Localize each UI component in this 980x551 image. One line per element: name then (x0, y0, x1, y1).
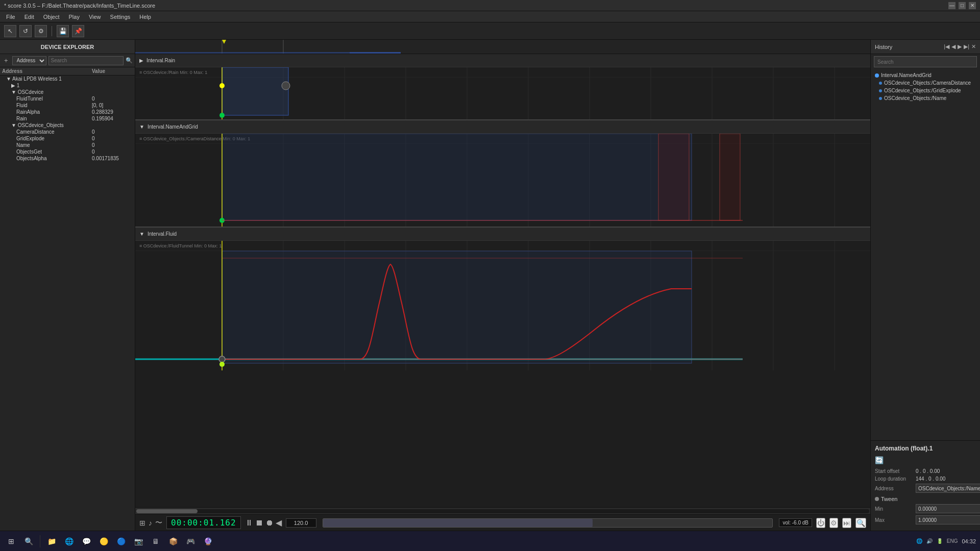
history-prev-btn[interactable]: ◀ (951, 43, 955, 50)
menu-edit[interactable]: Edit (20, 13, 38, 21)
address-input[interactable] (916, 484, 980, 493)
svg-point-59 (219, 356, 225, 362)
menu-settings[interactable]: Settings (106, 13, 135, 21)
taskbar-display-btn[interactable]: 🖥 (149, 534, 163, 548)
min-input[interactable] (916, 504, 980, 513)
window-title: * score 3.0.5 – F:/Balet.Theatre/pack/In… (4, 3, 155, 9)
tree-item-oscdevice-objects[interactable]: ▼ OSCdevice_Objects (0, 122, 135, 129)
tree-item-name[interactable]: Name 0 (0, 142, 135, 148)
timeline-scroll[interactable]: ▶ Interval.Rain ≡ OSCdevice:/Rain Min: 0… (135, 54, 870, 507)
timeline-area: ▶ Interval.Rain ≡ OSCdevice:/Rain Min: 0… (135, 40, 870, 531)
history-last-btn[interactable]: ▶| (964, 43, 969, 50)
toolbar-save-btn[interactable]: 💾 (57, 25, 69, 37)
power-btn[interactable]: ⏻ (816, 518, 825, 528)
taskbar-camera-btn[interactable]: 📷 (131, 534, 145, 548)
window-controls: — □ ✕ (948, 2, 976, 9)
taskbar-start-btn[interactable]: ⊞ (4, 534, 18, 548)
settings-btn[interactable]: ⚙ (829, 518, 838, 528)
tree-item-objectsalpha[interactable]: ObjectsAlpha 0.00171835 (0, 155, 135, 162)
taskbar-app1-btn[interactable]: 🟡 (96, 534, 111, 548)
back-btn[interactable]: ◀ (276, 518, 282, 528)
start-offset-label: Start offset (875, 468, 916, 474)
tree-item-fluid[interactable]: Fluid [0, 0] (0, 102, 135, 109)
tree-col-value: Value (92, 68, 133, 74)
forward-btn[interactable]: ⏭ (842, 518, 851, 528)
history-close-btn[interactable]: ✕ (971, 43, 976, 50)
taskbar-time: 04:32 (962, 538, 976, 544)
loop-duration-label: Loop duration (875, 476, 916, 482)
address-row: Address ... (875, 484, 976, 493)
tree-item-1[interactable]: ▶ 1 (0, 82, 135, 89)
transport-note-btn[interactable]: ♪ (149, 519, 152, 527)
interval-named-section: ▼ Interval.NameAndGrid ≡ OSCdevice_Objec… (135, 120, 870, 228)
tree-item-akai[interactable]: ▼ Akai LPD8 Wireless 1 (0, 76, 135, 82)
record-btn[interactable]: ⏺ (265, 518, 274, 528)
timeline-scrollbar[interactable] (135, 507, 870, 514)
toolbar-settings-btn[interactable]: ⚙ (35, 25, 47, 37)
history-item-gridexplode[interactable]: OSCdevice_Objects:/GridExplode (871, 87, 980, 94)
tree-item-objectsget[interactable]: ObjectsGet 0 (0, 148, 135, 155)
menu-view[interactable]: View (85, 13, 105, 21)
svg-rect-18 (222, 67, 288, 115)
history-item-gridexplode-label: OSCdevice_Objects:/GridExplode (884, 88, 961, 93)
taskbar-search-btn[interactable]: 🔍 (21, 534, 36, 548)
pause-btn[interactable]: ⏸ (245, 518, 253, 528)
taskbar-chrome-btn[interactable]: 🌐 (62, 534, 76, 548)
history-search-input[interactable] (874, 56, 977, 67)
taskbar-game-btn[interactable]: 🎮 (183, 534, 198, 548)
interval-named-header[interactable]: ▼ Interval.NameAndGrid (135, 120, 870, 134)
scrollbar-track[interactable] (136, 509, 869, 513)
svg-rect-35 (222, 134, 692, 220)
max-input[interactable] (916, 515, 980, 524)
taskbar-app2-btn[interactable]: 🔵 (114, 534, 128, 548)
tempo-slider[interactable] (323, 518, 773, 528)
refresh-btn[interactable]: 🔄 (875, 456, 884, 464)
menu-file[interactable]: File (2, 13, 19, 21)
tree-item-cameradistance[interactable]: CameraDistance 0 (0, 129, 135, 135)
main-layout: DEVICE EXPLORER + Address 🔍 Address Valu… (0, 40, 980, 531)
interval-rain-header[interactable]: ▶ Interval.Rain (135, 54, 870, 67)
tree-item-fluidtunnel[interactable]: FluidTunnel 0 (0, 95, 135, 102)
tree-item-gridexplode[interactable]: GridExplode 0 (0, 135, 135, 142)
tree-item-akai-value (92, 76, 133, 82)
device-search-input[interactable] (48, 56, 124, 65)
taskbar-app3-btn[interactable]: 🔮 (201, 534, 215, 548)
close-button[interactable]: ✕ (969, 2, 976, 9)
min-label: Min (875, 506, 916, 512)
tween-header: Tween (875, 496, 976, 502)
minimize-button[interactable]: — (948, 2, 955, 9)
toolbar-undo-btn[interactable]: ↺ (19, 25, 32, 37)
taskbar-package-btn[interactable]: 📦 (166, 534, 180, 548)
transport-grid-btn[interactable]: ⊞ (139, 519, 145, 527)
stop-btn[interactable]: ⏹ (255, 518, 263, 528)
tree-item-rain[interactable]: Rain 0.195904 (0, 115, 135, 122)
add-device-btn[interactable]: + (2, 56, 10, 65)
tree-item-rainalpha[interactable]: RainAlpha 0.288329 (0, 109, 135, 115)
transport-wave-btn[interactable]: 〜 (155, 518, 162, 528)
address-selector[interactable]: Address (12, 56, 46, 65)
taskbar-chat-btn[interactable]: 💬 (79, 534, 93, 548)
history-item-nameandgrid[interactable]: Interval.NameAndGrid (871, 71, 980, 79)
taskbar-folder-btn[interactable]: 📁 (44, 534, 59, 548)
taskbar-lang: ENG (947, 538, 958, 544)
tree-item-oscdevice[interactable]: ▼ OSCdevice (0, 89, 135, 95)
device-tree: ▼ Akai LPD8 Wireless 1 ▶ 1 ▼ OSCdevice F… (0, 76, 135, 531)
toolbar-cursor-btn[interactable]: ↖ (4, 25, 16, 37)
toolbar-save2-btn[interactable]: 📌 (72, 25, 84, 37)
history-item-cameradistance[interactable]: OSCdevice_Objects:/CameraDistance (871, 79, 980, 87)
menu-play[interactable]: Play (65, 13, 84, 21)
maximize-button[interactable]: □ (959, 2, 966, 9)
scrollbar-thumb[interactable] (136, 509, 198, 513)
interval-fluid-header[interactable]: ▼ Interval.Fluid (135, 228, 870, 241)
device-search-btn[interactable]: 🔍 (126, 57, 133, 64)
history-next-btn[interactable]: ▶ (958, 43, 962, 50)
history-item-nameobj[interactable]: OSCdevice_Objects:/Name (871, 94, 980, 102)
taskbar-network-icon: 🌐 (916, 538, 922, 544)
tempo-slider-fill (323, 519, 593, 527)
interval-named-label: Interval.NameAndGrid (148, 124, 198, 130)
menu-object[interactable]: Object (39, 13, 64, 21)
search-btn[interactable]: 🔍 (855, 518, 866, 528)
menu-help[interactable]: Help (135, 13, 155, 21)
history-first-btn[interactable]: |◀ (944, 43, 949, 50)
timecode-display: 00:00:01.162 (166, 516, 241, 529)
